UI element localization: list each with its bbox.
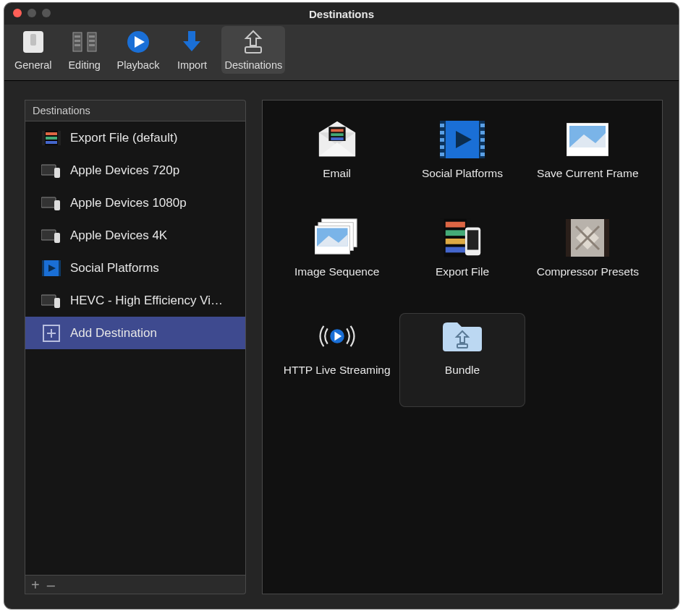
svg-rect-18 bbox=[41, 165, 56, 175]
bundle-folder-icon bbox=[440, 316, 485, 356]
playback-icon bbox=[124, 27, 153, 56]
streaming-icon bbox=[315, 316, 360, 356]
plus-box-icon bbox=[41, 325, 61, 341]
svg-rect-7 bbox=[89, 35, 95, 38]
svg-rect-43 bbox=[440, 138, 444, 142]
svg-rect-42 bbox=[440, 131, 444, 134]
svg-rect-8 bbox=[89, 40, 95, 42]
svg-rect-67 bbox=[467, 230, 479, 249]
svg-rect-4 bbox=[75, 35, 80, 38]
frame-icon bbox=[565, 119, 610, 160]
svg-rect-49 bbox=[480, 145, 485, 149]
add-button[interactable]: + bbox=[31, 578, 40, 592]
compressor-icon bbox=[565, 218, 610, 258]
dest-http-live[interactable]: HTTP Live Streaming bbox=[274, 313, 399, 407]
titlebar: Destinations bbox=[4, 3, 679, 25]
svg-rect-45 bbox=[440, 153, 444, 156]
social-film-icon bbox=[440, 119, 485, 160]
zoom-icon[interactable] bbox=[42, 9, 51, 17]
svg-rect-15 bbox=[46, 132, 57, 135]
dest-label: Bundle bbox=[445, 364, 480, 377]
svg-rect-47 bbox=[480, 131, 485, 134]
destinations-icon bbox=[239, 27, 268, 56]
sidebar-item-label: Apple Devices 4K bbox=[70, 228, 167, 243]
sidebar-item-label: Export File (default) bbox=[70, 131, 177, 145]
svg-rect-37 bbox=[331, 137, 343, 140]
svg-rect-35 bbox=[331, 129, 343, 132]
tab-label: Playback bbox=[117, 59, 160, 71]
dest-label: Save Current Frame bbox=[537, 167, 638, 180]
minimize-icon[interactable] bbox=[27, 9, 36, 17]
sidebar: Destinations Export File (default) Apple… bbox=[4, 100, 246, 594]
social-film-icon bbox=[41, 260, 61, 276]
import-icon bbox=[177, 27, 206, 56]
tab-playback[interactable]: Playback bbox=[114, 26, 163, 74]
window-controls bbox=[13, 9, 51, 17]
tab-label: General bbox=[14, 59, 52, 71]
svg-rect-16 bbox=[46, 137, 57, 140]
sidebar-header: Destinations bbox=[25, 100, 246, 121]
svg-rect-27 bbox=[41, 295, 56, 305]
dest-image-sequence[interactable]: Image Sequence bbox=[274, 215, 399, 309]
sidebar-item-label: Add Destination bbox=[70, 326, 157, 341]
sidebar-item-label: Apple Devices 720p bbox=[70, 163, 179, 178]
sidebar-item-add-destination[interactable]: Add Destination bbox=[25, 317, 245, 349]
dest-compressor[interactable]: Compressor Presets bbox=[525, 215, 650, 309]
general-icon bbox=[19, 27, 48, 56]
sidebar-item-1080p[interactable]: Apple Devices 1080p bbox=[25, 187, 245, 219]
sidebar-item-export-file[interactable]: Export File (default) bbox=[25, 121, 245, 154]
svg-rect-23 bbox=[54, 233, 60, 243]
remove-button[interactable]: – bbox=[47, 578, 55, 592]
svg-rect-9 bbox=[89, 44, 95, 46]
devices-icon bbox=[41, 293, 61, 309]
sidebar-item-label: Apple Devices 1080p bbox=[70, 196, 187, 210]
svg-rect-65 bbox=[446, 247, 465, 253]
svg-rect-44 bbox=[440, 145, 444, 149]
dest-save-frame[interactable]: Save Current Frame bbox=[525, 116, 650, 210]
dest-social[interactable]: Social Platforms bbox=[399, 116, 525, 210]
dest-label: Image Sequence bbox=[294, 265, 379, 278]
svg-rect-22 bbox=[41, 230, 56, 240]
dest-export-file[interactable]: Export File bbox=[399, 215, 525, 309]
destination-gallery: Email Social Platforms Save Current Fram… bbox=[262, 100, 663, 594]
sidebar-item-4k[interactable]: Apple Devices 4K bbox=[25, 219, 245, 252]
svg-rect-12 bbox=[245, 47, 261, 53]
window-title: Destinations bbox=[309, 8, 374, 20]
dest-email[interactable]: Email bbox=[274, 116, 399, 210]
tab-import[interactable]: Import bbox=[171, 26, 213, 74]
tab-editing[interactable]: Editing bbox=[64, 26, 106, 74]
svg-rect-64 bbox=[446, 239, 465, 244]
dest-label: Export File bbox=[436, 265, 489, 278]
tab-destinations[interactable]: Destinations bbox=[221, 26, 285, 74]
devices-icon bbox=[41, 163, 61, 179]
preferences-window: Destinations General Editing Playback I bbox=[4, 3, 679, 609]
dest-bundle[interactable]: Bundle bbox=[399, 313, 525, 407]
sidebar-item-720p[interactable]: Apple Devices 720p bbox=[25, 154, 245, 187]
svg-rect-46 bbox=[480, 124, 485, 127]
svg-rect-19 bbox=[54, 168, 60, 178]
devices-icon bbox=[41, 228, 61, 244]
svg-rect-6 bbox=[75, 44, 80, 46]
tab-label: Editing bbox=[68, 59, 100, 71]
dest-label: Social Platforms bbox=[422, 167, 503, 180]
close-icon[interactable] bbox=[13, 9, 22, 17]
dest-label: HTTP Live Streaming bbox=[284, 364, 391, 377]
svg-rect-36 bbox=[331, 133, 343, 136]
sidebar-footer: + – bbox=[25, 576, 246, 594]
sidebar-item-label: HEVC - High Efficiency Vi… bbox=[70, 294, 223, 308]
tab-general[interactable]: General bbox=[12, 26, 55, 74]
sidebar-item-social[interactable]: Social Platforms bbox=[25, 252, 245, 284]
svg-rect-50 bbox=[480, 153, 485, 156]
svg-rect-62 bbox=[446, 222, 465, 228]
editing-icon bbox=[70, 27, 99, 56]
svg-rect-41 bbox=[440, 124, 444, 127]
sidebar-list: Export File (default) Apple Devices 720p… bbox=[25, 121, 246, 576]
tab-label: Import bbox=[177, 59, 207, 71]
toolbar: General Editing Playback Import Destinat… bbox=[4, 25, 679, 81]
devices-icon bbox=[41, 195, 61, 211]
sidebar-item-hevc[interactable]: HEVC - High Efficiency Vi… bbox=[25, 284, 245, 317]
svg-rect-17 bbox=[46, 141, 57, 144]
svg-rect-28 bbox=[54, 298, 60, 308]
dest-label: Compressor Presets bbox=[537, 265, 639, 278]
svg-rect-5 bbox=[75, 40, 80, 42]
